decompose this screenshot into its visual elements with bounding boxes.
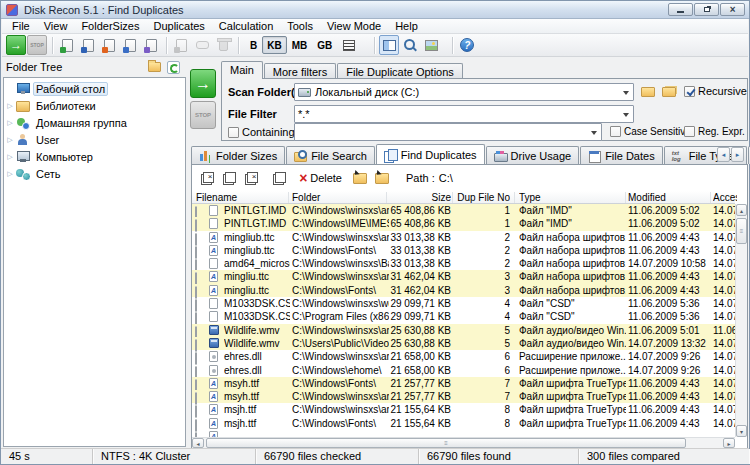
column-header-folder[interactable]: Folder <box>292 191 387 204</box>
table-row[interactable]: Wildlife.wmvC:\Windows\winsxs\am...25 63… <box>192 324 735 337</box>
tab-drive-usage[interactable]: Drive Usage <box>486 146 580 164</box>
menu-item-file[interactable]: File <box>5 19 37 34</box>
column-header-filename[interactable]: Filename <box>196 191 286 204</box>
scan-folder-combo[interactable]: Локальный диск (C:) <box>294 83 634 101</box>
table-row[interactable]: msjh.ttfC:\Windows\winsxs\am...21 155,64… <box>192 403 735 416</box>
table-row[interactable]: msjh.ttfC:\Windows\Fonts\21 155,64 KB8Фа… <box>192 417 735 430</box>
panel-view-button[interactable] <box>379 35 399 55</box>
table-row[interactable]: Wildlife.wmvC:\Users\Public\Videos\...25… <box>192 337 735 350</box>
tab-main[interactable]: Main <box>221 61 263 79</box>
table-row[interactable]: mingliub.ttcC:\Windows\winsxs\am...33 01… <box>192 231 735 244</box>
browse-folder-button[interactable] <box>638 83 657 100</box>
table-row[interactable]: ehres.dllC:\Windows\ehome\21 658,00 KB6Р… <box>192 364 735 377</box>
table-row[interactable]: PINTLGT.IMDC:\Windows\IME\IMESC...65 408… <box>192 217 735 230</box>
scroll-up-button[interactable]: ▴ <box>736 204 747 216</box>
table-row[interactable] <box>192 430 735 437</box>
table-row[interactable]: ehres.dllC:\Windows\winsxs\am...21 658,0… <box>192 350 735 363</box>
magnifier-button[interactable] <box>400 35 420 55</box>
recursive-checkbox[interactable] <box>684 86 695 97</box>
open-folder-button[interactable] <box>145 59 164 76</box>
unit-b-button[interactable]: B <box>245 36 262 54</box>
tree-item-рабочий-стол[interactable]: Рабочий стол <box>4 80 185 97</box>
page-save-button[interactable] <box>78 35 98 55</box>
scroll-down-button[interactable]: ▾ <box>736 425 747 437</box>
refresh-tree-button[interactable] <box>164 59 183 76</box>
picture-button[interactable] <box>421 35 441 55</box>
copy-list-button[interactable] <box>269 168 289 188</box>
table-row[interactable]: mingliub.ttcC:\Windows\Fonts\33 013,38 K… <box>192 244 735 257</box>
unit-kb-button[interactable]: KB <box>262 36 286 54</box>
table-row[interactable]: msyh.ttfC:\Windows\Fonts\21 257,77 KB7Фа… <box>192 377 735 390</box>
menu-item-view-mode[interactable]: View Mode <box>320 19 388 34</box>
tab-scroll-right-button[interactable]: ▸ <box>731 147 744 162</box>
page-html-button[interactable] <box>99 35 119 55</box>
help-button[interactable]: ? <box>457 35 477 55</box>
vertical-scroll-thumb[interactable]: ≡ <box>736 218 747 244</box>
trash-button[interactable] <box>213 35 233 55</box>
page-down-button[interactable] <box>120 35 140 55</box>
scan-start-button[interactable]: → <box>190 69 216 98</box>
horizontal-scrollbar[interactable]: ◂ ≡ ▸ <box>192 437 735 448</box>
tab-find-duplicates[interactable]: Find Duplicates <box>376 144 485 164</box>
menu-item-help[interactable]: Help <box>388 19 425 34</box>
expander-icon[interactable]: ▷ <box>4 170 16 178</box>
stop-button[interactable]: STOP <box>27 35 47 55</box>
unit-mb-button[interactable]: MB <box>287 36 313 54</box>
tab-scroll-left-button[interactable]: ◂ <box>717 147 730 162</box>
menu-item-tools[interactable]: Tools <box>280 19 320 34</box>
expander-icon[interactable]: ▷ <box>4 119 16 127</box>
menu-item-foldersizes[interactable]: FolderSizes <box>74 19 146 34</box>
column-header-accessed[interactable]: Accessed <box>713 191 737 204</box>
containing-checkbox[interactable] <box>228 127 239 138</box>
tab-folder-sizes[interactable]: Folder Sizes <box>191 146 285 164</box>
rename-button[interactable] <box>192 35 212 55</box>
file-filter-combo[interactable]: *.* <box>294 105 634 123</box>
menu-item-view[interactable]: View <box>37 19 75 34</box>
scan-stop-button[interactable]: STOP <box>190 101 216 129</box>
containing-combo[interactable] <box>294 123 602 141</box>
copy-checked-button[interactable] <box>372 168 392 188</box>
uncheck-all-button[interactable] <box>219 168 239 188</box>
browse-folders-button[interactable] <box>659 83 678 100</box>
vertical-scrollbar[interactable]: ▴ ≡ ▾ <box>735 204 747 437</box>
column-header-type[interactable]: Type <box>519 191 624 204</box>
check-newest-button[interactable]: × <box>241 168 261 188</box>
tab-file-search[interactable]: File Search <box>286 146 375 164</box>
unit-gb-button[interactable]: GB <box>312 36 337 54</box>
restore-button[interactable] <box>694 3 719 16</box>
table-row[interactable]: M1033DSK.CSDC:\Program Files (x86)\C...2… <box>192 310 735 323</box>
minimize-button[interactable] <box>668 3 693 16</box>
table-row[interactable]: mingliu.ttcC:\Windows\Fonts\31 462,04 KB… <box>192 284 735 297</box>
page-excel-button[interactable] <box>57 35 77 55</box>
case-sensitive-checkbox[interactable] <box>610 126 621 137</box>
menu-item-duplicates[interactable]: Duplicates <box>146 19 211 34</box>
page-copy-button[interactable] <box>141 35 161 55</box>
table-row[interactable]: mingliu.ttcC:\Windows\winsxs\am...31 462… <box>192 270 735 283</box>
close-button[interactable]: × <box>720 3 745 16</box>
tab-more-filters[interactable]: More filters <box>264 63 336 79</box>
column-header-modified[interactable]: Modified <box>628 191 708 204</box>
column-header-size[interactable]: Size <box>389 191 451 204</box>
tab-file-dates[interactable]: File Dates <box>580 146 663 164</box>
tree-item-компьютер[interactable]: ▷Компьютер <box>4 148 185 165</box>
scroll-right-button[interactable]: ▸ <box>723 438 735 448</box>
tree-item-домашняя-группа[interactable]: ▷Домашняя группа <box>4 114 185 131</box>
table-row[interactable]: msyh.ttfC:\Windows\winsxs\am...21 257,77… <box>192 390 735 403</box>
menu-item-calculation[interactable]: Calculation <box>212 19 280 34</box>
list-view-button[interactable] <box>339 35 359 55</box>
tree-item-сеть[interactable]: ▷Сеть <box>4 165 185 182</box>
expander-icon[interactable]: ▷ <box>4 102 16 110</box>
move-checked-button[interactable] <box>350 168 370 188</box>
reg-expr-checkbox[interactable] <box>684 126 695 137</box>
column-header-dup-file-no[interactable]: Dup File No <box>455 191 510 204</box>
page-up-button[interactable] <box>171 35 191 55</box>
table-row[interactable]: PINTLGT.IMDC:\Windows\winsxs\am...65 408… <box>192 204 735 217</box>
tree-item-библиотеки[interactable]: ▷Библиотеки <box>4 97 185 114</box>
horizontal-scroll-thumb[interactable]: ≡ <box>206 438 686 448</box>
go-button[interactable]: → <box>6 35 26 55</box>
scroll-left-button[interactable]: ◂ <box>192 438 204 448</box>
expander-icon[interactable]: ▷ <box>4 153 16 161</box>
table-row[interactable]: amd64_microsoft...C:\Windows\winsxs\Bac.… <box>192 257 735 270</box>
tab-file-duplicate-options[interactable]: File Duplicate Options <box>337 63 463 79</box>
expander-icon[interactable]: ▷ <box>4 136 16 144</box>
